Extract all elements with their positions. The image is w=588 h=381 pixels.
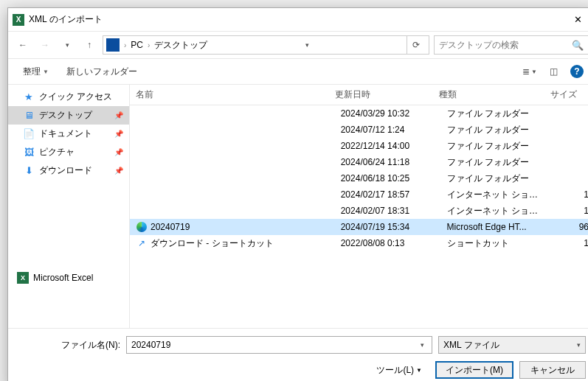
filename-combo[interactable]: ▾ <box>126 336 432 354</box>
col-size[interactable]: サイズ <box>540 88 583 101</box>
view-options-button[interactable]: ≣ ▼ <box>519 63 540 80</box>
new-folder-button[interactable]: 新しいフォルダー <box>59 63 145 80</box>
chevron-down-icon[interactable]: ▾ <box>417 341 427 349</box>
file-size: 1 <box>550 206 588 216</box>
cancel-button[interactable]: キャンセル <box>519 361 586 379</box>
back-button[interactable]: ← <box>14 36 32 54</box>
filename-label: ファイル名(N): <box>17 339 120 352</box>
close-button[interactable]: ✕ <box>561 8 588 32</box>
col-type[interactable]: 種類 <box>433 88 540 101</box>
col-name[interactable]: 名前 <box>130 88 329 101</box>
file-date: 2024/06/18 10:25 <box>335 173 441 183</box>
documents-icon: 📄 <box>23 128 35 140</box>
recent-dropdown[interactable]: ▾ <box>58 36 76 54</box>
file-row[interactable]: 2024/02/17 18:57インターネット ショート...1 <box>130 186 588 203</box>
file-date: 2024/02/07 18:31 <box>335 206 441 216</box>
up-button[interactable]: ↑ <box>80 36 98 54</box>
address-dropdown[interactable]: ▾ <box>303 41 311 49</box>
file-row[interactable]: 2024/03/29 10:32ファイル フォルダー <box>130 105 588 122</box>
search-icon[interactable]: 🔍 <box>572 40 584 51</box>
file-type: ファイル フォルダー <box>441 108 551 120</box>
file-row[interactable]: 2024/06/18 10:25ファイル フォルダー <box>130 170 588 186</box>
chevron-right-icon: › <box>146 41 151 49</box>
file-date: 2024/07/19 15:34 <box>335 222 441 232</box>
downloads-icon: ⬇ <box>23 165 35 177</box>
pin-icon: 📌 <box>114 130 123 138</box>
nav-pictures[interactable]: 🖼 ピクチャ 📌 <box>8 143 129 161</box>
xml-import-dialog: X XML のインポート ✕ ← → ▾ ↑ › PC › デスクトップ ▾ ⟳… <box>7 7 588 381</box>
nav-desktop[interactable]: 🖥 デスクトップ 📌 <box>8 106 129 125</box>
pc-icon <box>106 38 120 52</box>
filetype-filter[interactable]: XML ファイル ▾ <box>438 336 586 354</box>
file-type: ファイル フォルダー <box>441 156 551 169</box>
forward-button[interactable]: → <box>36 36 54 54</box>
chevron-down-icon: ▾ <box>577 341 581 349</box>
nav-quick-access[interactable]: ★ クイック アクセス <box>8 88 129 106</box>
file-size: 96 <box>550 222 588 232</box>
help-button[interactable]: ? <box>567 63 587 80</box>
breadcrumb-pc[interactable]: PC <box>131 40 143 50</box>
preview-pane-button[interactable]: ◫ <box>543 63 564 80</box>
pin-icon: 📌 <box>114 167 123 175</box>
file-date: 2024/02/17 18:57 <box>335 189 441 200</box>
file-type: インターネット ショート... <box>441 205 551 217</box>
import-button[interactable]: インポート(M) <box>435 361 513 379</box>
file-row[interactable]: ↗ダウンロード - ショートカット2022/08/08 0:13ショートカット1 <box>130 235 588 251</box>
col-date[interactable]: 更新日時 <box>329 88 432 101</box>
organize-button[interactable]: 整理▼ <box>15 63 56 80</box>
address-bar[interactable]: › PC › デスクトップ ▾ ⟳ <box>103 35 429 55</box>
button-row: ツール(L)▼ インポート(M) キャンセル <box>17 361 586 379</box>
filename-row: ファイル名(N): ▾ XML ファイル ▾ <box>17 336 586 354</box>
breadcrumb-desktop[interactable]: デスクトップ <box>154 39 207 52</box>
edge-icon <box>136 221 148 233</box>
file-row[interactable]: 2024/02/07 18:31インターネット ショート...1 <box>130 203 588 219</box>
file-date: 2022/08/08 0:13 <box>335 238 441 248</box>
nav-documents[interactable]: 📄 ドキュメント 📌 <box>8 125 129 143</box>
nav-excel[interactable]: X Microsoft Excel <box>8 268 129 287</box>
tools-button[interactable]: ツール(L)▼ <box>369 362 429 379</box>
file-row[interactable]: 2024/06/24 11:18ファイル フォルダー <box>130 154 588 170</box>
file-row[interactable]: 202407192024/07/19 15:34Microsoft Edge H… <box>130 219 588 235</box>
chevron-right-icon: › <box>122 41 128 49</box>
file-list-body[interactable]: 2024/03/29 10:32ファイル フォルダー2024/07/12 1:2… <box>130 105 588 328</box>
dialog-body: ★ クイック アクセス 🖥 デスクトップ 📌 📄 ドキュメント 📌 🖼 ピクチャ… <box>8 85 588 328</box>
file-type: ファイル フォルダー <box>441 172 551 185</box>
file-type: ショートカット <box>441 237 551 250</box>
star-icon: ★ <box>23 91 35 103</box>
file-size: 1 <box>550 189 588 200</box>
file-date: 2022/12/14 14:00 <box>335 141 441 151</box>
column-headers: 名前 更新日時 種類 サイズ <box>130 85 588 105</box>
file-name: ダウンロード - ショートカット <box>151 237 274 250</box>
file-type: ファイル フォルダー <box>441 140 551 153</box>
search-box[interactable]: 🔍 <box>434 35 588 55</box>
excel-app-icon: X <box>13 14 24 26</box>
pin-icon: 📌 <box>114 148 123 156</box>
file-type: インターネット ショート... <box>441 189 551 201</box>
filename-input[interactable] <box>131 340 417 350</box>
titlebar: X XML のインポート ✕ <box>8 8 588 32</box>
file-name: 20240719 <box>151 222 190 232</box>
file-size: 1 <box>550 238 588 248</box>
file-row[interactable]: 2022/12/14 14:00ファイル フォルダー <box>130 138 588 154</box>
file-date: 2024/03/29 10:32 <box>335 108 441 119</box>
file-row[interactable]: 2024/07/12 1:24ファイル フォルダー <box>130 122 588 138</box>
bottom-panel: ファイル名(N): ▾ XML ファイル ▾ ツール(L)▼ インポート(M) … <box>8 328 588 381</box>
pin-icon: 📌 <box>114 111 123 119</box>
file-date: 2024/07/12 1:24 <box>335 125 441 135</box>
toolbar: 整理▼ 新しいフォルダー ≣ ▼ ◫ ? <box>8 58 588 85</box>
desktop-icon: 🖥 <box>23 110 35 122</box>
address-row: ← → ▾ ↑ › PC › デスクトップ ▾ ⟳ 🔍 <box>8 32 588 58</box>
pictures-icon: 🖼 <box>23 147 35 158</box>
window-title: XML のインポート <box>29 13 561 26</box>
file-type: Microsoft Edge HT... <box>441 222 551 232</box>
file-list: 名前 更新日時 種類 サイズ 2024/03/29 10:32ファイル フォルダ… <box>130 85 588 328</box>
refresh-button[interactable]: ⟳ <box>407 36 426 54</box>
search-input[interactable] <box>439 40 572 50</box>
excel-icon: X <box>17 272 29 284</box>
navigation-pane: ★ クイック アクセス 🖥 デスクトップ 📌 📄 ドキュメント 📌 🖼 ピクチャ… <box>8 85 130 328</box>
file-date: 2024/06/24 11:18 <box>335 157 441 167</box>
file-type: ファイル フォルダー <box>441 124 551 136</box>
shortcut-icon: ↗ <box>136 237 148 249</box>
nav-downloads[interactable]: ⬇ ダウンロード 📌 <box>8 161 129 180</box>
